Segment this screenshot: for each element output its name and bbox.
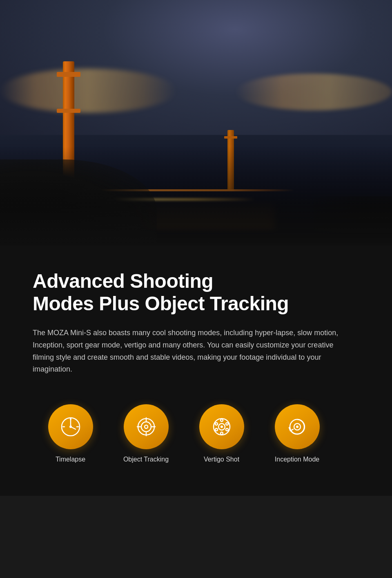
hero-overlay xyxy=(0,147,392,245)
feature-inception-mode: Inception Mode xyxy=(259,404,335,463)
object-tracking-icon-circle xyxy=(124,404,169,449)
svg-point-26 xyxy=(296,426,298,428)
features-row: Timelapse Object Tracking xyxy=(33,404,359,463)
feature-object-tracking: Object Tracking xyxy=(108,404,184,463)
feature-vertigo-shot: Vertigo Shot xyxy=(184,404,259,463)
vertigo-shot-label: Vertigo Shot xyxy=(204,456,239,463)
svg-point-22 xyxy=(215,423,218,425)
svg-line-3 xyxy=(71,427,76,429)
content-section: Advanced Shooting Modes Plus Object Trac… xyxy=(0,245,392,496)
object-tracking-label: Object Tracking xyxy=(123,456,169,463)
inception-mode-label: Inception Mode xyxy=(275,456,319,463)
svg-point-20 xyxy=(220,432,223,435)
svg-point-18 xyxy=(226,423,228,425)
inception-mode-icon-circle xyxy=(275,404,320,449)
inception-mode-icon xyxy=(285,414,310,439)
svg-point-23 xyxy=(220,426,223,428)
city-lights-left xyxy=(0,69,176,113)
svg-point-21 xyxy=(215,428,218,431)
svg-point-19 xyxy=(226,428,228,431)
hero-image xyxy=(0,0,392,245)
main-heading: Advanced Shooting Modes Plus Object Trac… xyxy=(33,270,359,315)
svg-point-9 xyxy=(141,422,151,432)
vertigo-shot-icon-circle xyxy=(199,404,244,449)
vertigo-shot-icon xyxy=(209,414,234,439)
description-text: The MOZA Mini-S also boasts many cool sh… xyxy=(33,327,343,376)
svg-point-17 xyxy=(220,419,223,421)
object-tracking-icon xyxy=(134,414,158,439)
svg-point-10 xyxy=(145,425,148,428)
feature-timelapse: Timelapse xyxy=(33,404,108,463)
timelapse-icon-circle xyxy=(48,404,93,449)
city-lights-right xyxy=(235,74,392,110)
timelapse-label: Timelapse xyxy=(56,456,85,463)
timelapse-icon xyxy=(58,414,83,439)
